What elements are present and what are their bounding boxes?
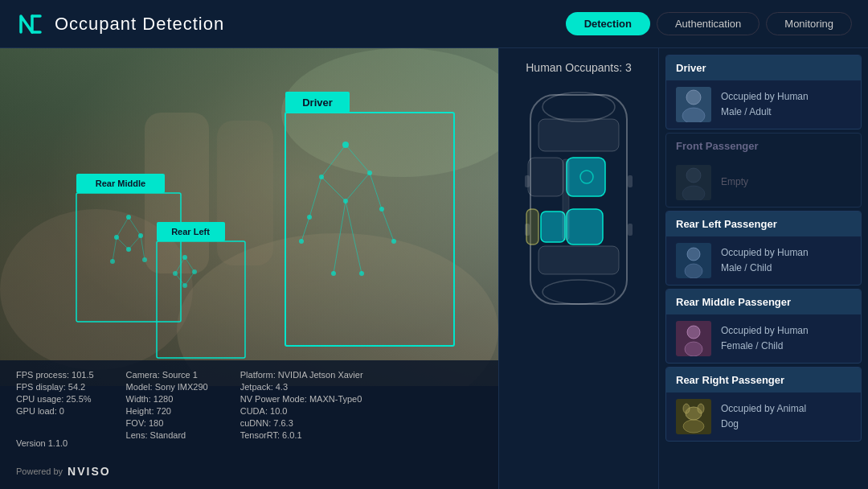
stat-nv-power: NV Power Mode: MAXN-Type0 [240, 394, 363, 404]
car-diagram-svg [518, 87, 639, 312]
stats-col-3: Platform: NVIDIA Jetson Xavier Jetpack: … [240, 370, 363, 479]
avatar-rear-left [676, 243, 711, 278]
occupant-desc-driver-line1: Occupied by Human [721, 89, 809, 105]
svg-point-77 [687, 248, 700, 261]
stats-col-1: FPS process: 101.5 FPS display: 54.2 CPU… [16, 370, 94, 416]
svg-line-20 [321, 177, 346, 201]
svg-text:Rear Middle: Rear Middle [96, 179, 145, 188]
occupant-desc-rear-middle-line1: Occupied by Human [721, 323, 809, 339]
occupant-desc-rear-right-line2: Dog [721, 417, 806, 432]
svg-line-25 [382, 209, 394, 241]
stat-gpu: GPU load: 0 [16, 406, 94, 416]
tab-authentication[interactable]: Authentication [657, 12, 760, 35]
occupant-desc-rear-left-line2: Male / Child [721, 261, 809, 276]
svg-point-76 [682, 186, 705, 200]
header: Occupant Detection Detection Authenticat… [0, 0, 868, 48]
occupant-desc-driver-line2: Male / Adult [721, 105, 809, 120]
stat-version: Version 1.1.0 [16, 438, 68, 448]
occupant-body-driver: Occupied by Human Male / Adult [666, 80, 861, 129]
occupant-info-rear-left: Occupied by Human Male / Child [721, 245, 809, 276]
occupant-desc-rear-left-line1: Occupied by Human [721, 245, 809, 261]
occupant-desc-front-passenger: Empty [721, 175, 748, 190]
nav-tabs: Detection Authentication Monitoring [566, 12, 852, 35]
stat-fps-process: FPS process: 101.5 [16, 370, 94, 380]
scene-overlay: Driver Rear Middle Rear Left [0, 48, 498, 386]
stat-jetpack: Jetpack: 4.3 [240, 382, 363, 392]
svg-rect-64 [567, 209, 603, 244]
occupant-panel: Driver Occupied by Human Male / Adult Fr… [659, 48, 868, 489]
svg-rect-70 [628, 175, 633, 187]
svg-line-22 [309, 177, 321, 217]
occupant-info-front-passenger: Empty [721, 175, 748, 190]
svg-line-24 [370, 173, 382, 209]
svg-rect-59 [538, 119, 619, 151]
app-title: Occupant Detection [55, 14, 224, 35]
occupant-body-rear-right: Occupied by Animal Dog [666, 392, 861, 441]
occupant-card-rear-left: Rear Left Passenger Occupied by Human Ma… [665, 211, 862, 286]
stat-cudnn: cuDNN: 7.6.3 [240, 418, 363, 428]
svg-point-73 [686, 90, 701, 105]
logo-area: Occupant Detection [16, 10, 224, 39]
occupant-body-front-passenger: Empty [666, 158, 861, 207]
stat-height: Height: 720 [126, 406, 208, 416]
occupant-card-front-passenger: Front Passenger Empty [665, 133, 862, 208]
video-panel: Driver Rear Middle Rear Left FPS process… [0, 48, 498, 489]
occupant-seat-driver: Driver [666, 55, 861, 80]
svg-rect-72 [628, 224, 633, 236]
svg-rect-69 [525, 175, 530, 187]
svg-rect-71 [525, 224, 530, 236]
svg-point-75 [686, 168, 701, 183]
stats-overlay: FPS process: 101.5 FPS display: 54.2 CPU… [0, 360, 498, 489]
avatar-rear-right [676, 399, 711, 434]
stat-model: Model: Sony IMX290 [126, 382, 208, 392]
occupant-seat-front-passenger: Front Passenger [666, 134, 861, 158]
stat-width: Width: 1280 [126, 394, 208, 404]
svg-point-58 [542, 92, 615, 121]
occupant-seat-rear-middle: Rear Middle Passenger [666, 290, 861, 314]
svg-point-82 [683, 420, 704, 433]
stat-fps-display: FPS display: 54.2 [16, 382, 94, 392]
occupant-seat-rear-left: Rear Left Passenger [666, 212, 861, 236]
nviso-brand: NVISO [68, 465, 111, 478]
svg-rect-67 [563, 159, 569, 240]
tab-monitoring[interactable]: Monitoring [766, 12, 852, 35]
stat-tensorrt: TensorRT: 6.0.1 [240, 430, 363, 440]
avatar-driver [676, 87, 711, 122]
svg-rect-62 [567, 158, 605, 196]
app-logo [16, 10, 45, 39]
occupants-count: Human Occupants: 3 [526, 61, 632, 74]
svg-rect-65 [541, 212, 565, 242]
diagram-panel: Human Occupants: 3 [498, 48, 659, 489]
occupant-body-rear-middle: Occupied by Human Female / Child [666, 314, 861, 363]
svg-line-21 [346, 173, 370, 201]
svg-point-80 [685, 342, 702, 356]
occupant-desc-rear-middle-line2: Female / Child [721, 339, 809, 354]
svg-point-84 [698, 404, 704, 413]
powered-by-label: Powered by [16, 466, 63, 476]
occupant-info-rear-right: Occupied by Animal Dog [721, 401, 806, 432]
stat-cuda: CUDA: 10.0 [240, 406, 363, 416]
svg-point-83 [683, 404, 690, 413]
stat-cpu: CPU usage: 25.5% [16, 394, 94, 404]
avatar-rear-middle [676, 321, 711, 356]
stat-fov: FOV: 180 [126, 418, 208, 428]
occupant-info-rear-middle: Occupied by Human Female / Child [721, 323, 809, 354]
occupant-info-driver: Occupied by Human Male / Adult [721, 89, 809, 120]
svg-point-61 [542, 280, 615, 304]
avatar-front-passenger [676, 165, 711, 200]
occupant-card-rear-middle: Rear Middle Passenger Occupied by Human … [665, 289, 862, 364]
svg-point-74 [682, 108, 705, 122]
stats-col-2: Camera: Source 1 Model: Sony IMX290 Widt… [126, 370, 208, 479]
svg-rect-60 [538, 246, 619, 274]
occupant-card-driver: Driver Occupied by Human Male / Adult [665, 55, 862, 129]
svg-rect-63 [528, 158, 563, 196]
occupant-body-rear-left: Occupied by Human Male / Child [666, 236, 861, 285]
tab-detection[interactable]: Detection [566, 12, 650, 35]
video-feed: Driver Rear Middle Rear Left [0, 48, 498, 386]
svg-point-78 [685, 264, 702, 278]
occupant-seat-rear-right: Rear Right Passenger [666, 368, 861, 392]
occupant-card-rear-right: Rear Right Passenger Occupied by Animal … [665, 367, 862, 442]
stat-lens: Lens: Standard [126, 430, 208, 440]
main-content: Driver Rear Middle Rear Left FPS process… [0, 48, 868, 489]
stat-camera: Camera: Source 1 [126, 370, 208, 380]
